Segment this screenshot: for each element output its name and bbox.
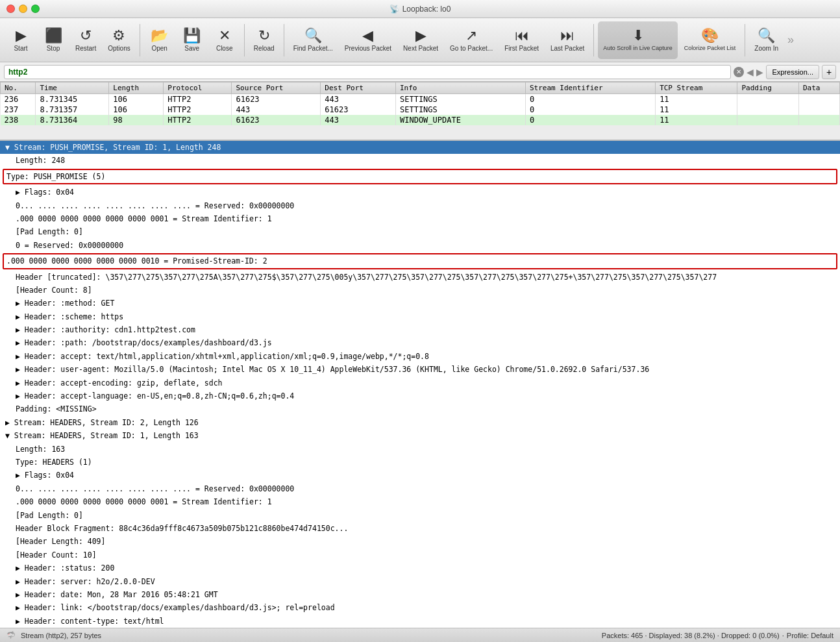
profile-info: Profile: Default (787, 632, 834, 639)
detail-row[interactable]: ▶ Flags: 0x04 (0, 469, 840, 482)
cell-src-port: 61623 (232, 115, 321, 125)
detail-row[interactable]: ▶ Header: server: h2o/2.0.0-DEV (0, 575, 840, 588)
save-button[interactable]: 💾 Save (177, 21, 208, 59)
find-packet-button[interactable]: 🔍 Find Packet... (288, 21, 338, 59)
maximize-window-button[interactable] (31, 5, 40, 13)
cell-data (798, 105, 839, 115)
cell-info: WINDOW_UPDATE (395, 115, 525, 125)
boxed-detail-row[interactable]: .000 0000 0000 0000 0000 0000 0010 = Pro… (3, 253, 837, 269)
status-bar: 🦈 Stream (http2), 257 bytes Packets: 465… (0, 628, 840, 642)
table-row[interactable]: 237 8.731357 106 HTTP2 443 61623 SETTING… (1, 105, 840, 115)
cell-dst-port: 443 (321, 115, 396, 125)
cell-padding (737, 105, 799, 115)
col-data[interactable]: Data (798, 82, 839, 94)
separator-1 (140, 24, 140, 56)
col-src-port[interactable]: Source Port (232, 82, 321, 94)
detail-row[interactable]: ▶ Header: user-agent: Mozilla/5.0 (Macin… (0, 363, 840, 376)
col-time[interactable]: Time (36, 82, 109, 94)
titlebar: 📡 Loopback: lo0 (0, 0, 840, 18)
window-title: 📡 Loopback: lo0 (389, 5, 451, 14)
detail-row: Padding: <MISSING> (0, 402, 840, 415)
detail-row[interactable]: ▶ Header: content-type: text/html (0, 615, 840, 628)
cell-stream-id: 0 (525, 94, 655, 105)
last-packet-button[interactable]: ⏭ Last Packet (545, 21, 589, 59)
save-icon: 💾 (183, 29, 201, 43)
add-filter-button[interactable]: + (822, 65, 836, 79)
separator-2 (244, 24, 245, 56)
reload-button[interactable]: ↻ Reload (249, 21, 280, 59)
packets-info: Packets: 465 · Displayed: 38 (8.2%) · Dr… (602, 632, 780, 639)
more-tools-icon[interactable]: » (787, 33, 794, 47)
zoom-in-icon: 🔍 (758, 29, 775, 43)
filter-clear-button[interactable]: ✕ (734, 67, 744, 77)
packet-table: No. Time Length Protocol Source Port Des… (0, 82, 840, 125)
detail-row[interactable]: ▶ Header: accept-encoding: gzip, deflate… (0, 377, 840, 389)
filter-input[interactable] (4, 65, 731, 79)
detail-row[interactable]: ▶ Flags: 0x04 (0, 186, 840, 199)
restart-icon: ↺ (80, 29, 92, 43)
col-protocol[interactable]: Protocol (164, 82, 232, 94)
detail-pane: ▼ Stream: PUSH_PROMISE, Stream ID: 1, Le… (0, 140, 840, 628)
go-to-packet-button[interactable]: ↗ Go to Packet... (445, 21, 498, 59)
zoom-in-button[interactable]: 🔍 Zoom In (749, 21, 784, 59)
detail-row[interactable]: ▶ Header: :authority: cdn1.http2test.com (0, 323, 840, 336)
cell-time: 8.731364 (36, 115, 109, 125)
boxed-detail-row[interactable]: Type: PUSH_PROMISE (5) (3, 169, 837, 184)
main-content: No. Time Length Protocol Source Port Des… (0, 82, 840, 628)
table-row[interactable]: 238 8.731364 98 HTTP2 61623 443 WINDOW_U… (1, 115, 840, 125)
cell-length: 106 (109, 94, 164, 105)
packet-list-area: No. Time Length Protocol Source Port Des… (0, 82, 840, 140)
next-packet-button[interactable]: ▶ Next Packet (398, 21, 443, 59)
detail-row[interactable]: ▶ Header: :method: GET (0, 297, 840, 310)
col-stream-id[interactable]: Stream Identifier (525, 82, 655, 94)
detail-row: .000 0000 0000 0000 0000 0000 0001 = Str… (0, 212, 840, 225)
cell-no: 236 (1, 94, 36, 105)
table-row[interactable]: 236 8.731345 106 HTTP2 61623 443 SETTING… (1, 94, 840, 105)
detail-row[interactable]: ▶ Header: link: </bootstrap/docs/example… (0, 601, 840, 614)
detail-row[interactable]: ▶ Header: :scheme: https (0, 310, 840, 323)
cell-protocol: HTTP2 (164, 105, 232, 115)
col-info[interactable]: Info (395, 82, 525, 94)
first-packet-button[interactable]: ⏮ First Packet (499, 21, 544, 59)
stop-button[interactable]: ⬛ Stop (38, 21, 69, 59)
minimize-window-button[interactable] (19, 5, 27, 13)
filter-next-button[interactable]: ▶ (756, 67, 763, 77)
detail-row: [Pad Length: 0] (0, 225, 840, 238)
detail-row: [Header Length: 409] (0, 535, 840, 548)
expression-button[interactable]: Expression... (766, 65, 819, 79)
cell-no: 237 (1, 105, 36, 115)
col-dst-port[interactable]: Dest Port (321, 82, 396, 94)
detail-row[interactable]: ▶ Header: date: Mon, 28 Mar 2016 05:48:2… (0, 588, 840, 601)
detail-row[interactable]: ▼ Stream: HEADERS, Stream ID: 1, Length … (0, 429, 840, 442)
detail-row[interactable]: ▶ Header: accept: text/html,application/… (0, 350, 840, 363)
open-icon: 📂 (151, 29, 168, 43)
cell-protocol: HTTP2 (164, 94, 232, 105)
colorize-button[interactable]: 🎨 Colorize Packet List (679, 21, 741, 59)
stream-header-selected[interactable]: ▼ Stream: PUSH_PROMISE, Stream ID: 1, Le… (0, 141, 840, 154)
detail-row[interactable]: ▶ Header: accept-language: en-US,en;q=0.… (0, 389, 840, 402)
separator-4 (593, 24, 594, 56)
detail-row[interactable]: ▶ Header: :path: /bootstrap/docs/example… (0, 336, 840, 349)
restart-button[interactable]: ↺ Restart (70, 21, 101, 59)
separator-5 (745, 24, 745, 56)
col-padding[interactable]: Padding (737, 82, 799, 94)
detail-row[interactable]: ▶ Stream: HEADERS, Stream ID: 2, Length … (0, 416, 840, 429)
status-text: Stream (http2), 257 bytes (21, 632, 101, 639)
window-controls[interactable] (6, 5, 40, 13)
cell-protocol: HTTP2 (164, 115, 232, 125)
detail-row[interactable]: ▶ Header: :status: 200 (0, 562, 840, 574)
open-button[interactable]: 📂 Open (144, 21, 175, 59)
start-button[interactable]: ▶ Start (5, 21, 36, 59)
previous-packet-button[interactable]: ◀ Previous Packet (340, 21, 397, 59)
col-no[interactable]: No. (1, 82, 36, 94)
auto-scroll-button[interactable]: ⬇ Auto Scroll in Live Capture (598, 21, 678, 59)
col-length[interactable]: Length (109, 82, 164, 94)
options-button[interactable]: ⚙ Options (103, 21, 135, 59)
close-button[interactable]: ✕ Close (209, 21, 240, 59)
cell-dst-port: 443 (321, 94, 396, 105)
close-window-button[interactable] (6, 5, 15, 13)
cell-tcp-stream: 11 (656, 94, 737, 105)
auto-scroll-icon: ⬇ (632, 29, 644, 43)
filter-prev-button[interactable]: ◀ (747, 67, 754, 77)
col-tcp-stream[interactable]: TCP Stream (656, 82, 737, 94)
